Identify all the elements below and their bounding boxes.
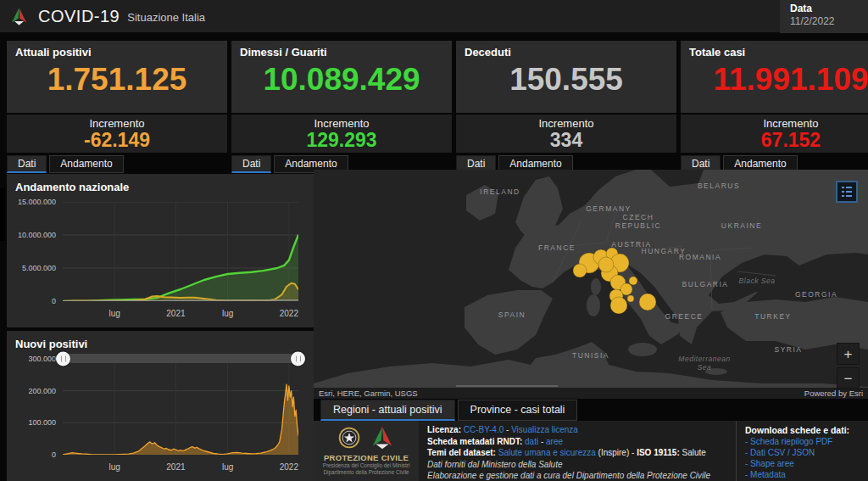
increment-label: Incremento (7, 117, 227, 130)
chart-panel-nuovi-positivi: Nuovi positivi 300.000200.000100.0000 lu… (7, 331, 314, 481)
info-line: Scheda metadati RNDT: dati - aree (427, 437, 727, 448)
increment-value: 129.293 (231, 130, 452, 150)
map-label: Mediterranean Sea (678, 355, 730, 372)
footer-info: Licenza: CC-BY-4.0 - Visualizza licenzaS… (419, 421, 736, 481)
stat-card-top: Attuali positivi 1.751.125 (7, 41, 227, 113)
info-link[interactable]: dati (525, 437, 538, 446)
zoom-out-button[interactable]: − (837, 367, 860, 389)
info-line: Temi del dataset: Salute umana e sicurez… (427, 448, 727, 459)
map-label: IRELAND (480, 187, 520, 196)
stat-card-top: Totale casi 11.991.109 (681, 41, 868, 113)
slider-handle-left[interactable] (56, 351, 70, 366)
map-label: BELARUS (698, 182, 740, 190)
chart-body: 15.000.00010.000.0005.000.0000 lug2021lu… (15, 195, 305, 322)
map-label: Black Sea (739, 277, 776, 285)
download-link[interactable]: - Dati CSV / JSON (745, 448, 860, 458)
stat-card-value: 1.751.125 (15, 62, 219, 98)
download-section: Download schede e dati: - Scheda riepilo… (736, 421, 868, 481)
page-title: COVID-19 (38, 7, 120, 26)
stat-card-value: 11.991.109 (689, 62, 868, 98)
tab-andamento-attuali-positivi[interactable]: Andamento (49, 155, 123, 173)
map-legend-button[interactable] (836, 181, 858, 203)
x-axis-ticks: lug2021lug2022 (63, 460, 298, 473)
date-value: 11/2/2022 (790, 15, 858, 27)
zoom-in-button[interactable]: + (837, 343, 860, 365)
stat-card-tabs: Dati Andamento (7, 155, 227, 173)
map-label: UKRAINE (721, 221, 762, 230)
slider-grip-icon (296, 355, 301, 361)
chart-title: Nuovi positivi (15, 338, 305, 350)
chart-title: Andamento nazionale (15, 181, 305, 193)
increment-value: -62.149 (7, 130, 227, 150)
logo-row (315, 424, 417, 451)
map-label: GREECE (665, 312, 704, 321)
tab-dati-dimessi-guariti[interactable]: Dati (231, 155, 271, 173)
tab-regioni-attuali-positivi[interactable]: Regioni - attuali positivi (320, 400, 455, 421)
map-scalebar (456, 385, 558, 387)
map-label: BULGARIA (682, 280, 729, 288)
andamento-nazionale-plot (63, 202, 298, 301)
map-label: SPAIN (498, 310, 526, 319)
info-link[interactable]: Salute umana e sicurezza (498, 448, 596, 457)
app-header: COVID-19 Situazione Italia Data 11/2/202… (0, 0, 868, 34)
download-links: - Scheda riepilogo PDF- Dati CSV / JSON-… (745, 437, 860, 480)
increment-label: Incremento (681, 117, 868, 130)
tab-dati-attuali-positivi[interactable]: Dati (7, 155, 47, 173)
collapsed-panel-handle[interactable] (0, 188, 5, 241)
map-label: CZECH REPUBLIC (615, 213, 662, 230)
stat-card-dimessi-guariti: Dimessi / Guariti 10.089.429 Incremento … (231, 41, 452, 173)
info-line: Elaborazione e gestione dati a cura del … (427, 471, 727, 481)
stat-card-title: Totale casi (689, 46, 868, 59)
stat-card-deceduti: Deceduti 150.555 Incremento 334 Dati And… (456, 41, 676, 173)
stat-card-top: Deceduti 150.555 (456, 41, 676, 113)
slider-grip-icon (61, 355, 66, 361)
stat-card-increment: Incremento 334 (456, 115, 676, 153)
increment-value: 334 (456, 130, 676, 150)
map-label: GEORGIA (795, 290, 837, 299)
y-axis-ticks: 15.000.00010.000.0005.000.0000 (15, 202, 59, 301)
nuovi-positivi-plot (63, 359, 298, 455)
info-link[interactable]: CC-BY-4.0 (464, 425, 504, 434)
y-axis-ticks: 300.000200.000100.0000 (15, 359, 59, 455)
map-label: FRANCE (538, 243, 576, 252)
date-label: Data (790, 3, 858, 14)
time-range-slider[interactable] (63, 354, 298, 363)
info-link[interactable]: aree (546, 437, 563, 446)
increment-value: 67.152 (681, 130, 868, 150)
increment-label: Incremento (231, 117, 452, 130)
stat-card-title: Deceduti (465, 46, 668, 59)
footer-bar: PROTEZIONE CIVILE Presidenza del Consigl… (314, 421, 868, 481)
protezione-civile-logo-icon (370, 425, 395, 450)
increment-label: Incremento (456, 117, 676, 130)
stat-card-value: 10.089.429 (240, 62, 443, 98)
org-line2: Dipartimento della Protezione Civile (315, 469, 417, 476)
stat-card-increment: Incremento 67.152 (681, 115, 868, 153)
protezione-civile-logo-panel: PROTEZIONE CIVILE Presidenza del Consigl… (314, 421, 419, 481)
stat-card-title: Attuali positivi (15, 46, 219, 59)
europe-map-canvas[interactable]: IRELANDGERMANYCZECH REPUBLICBELARUSUKRAI… (314, 170, 868, 399)
download-link[interactable]: - Metadata (745, 470, 860, 480)
info-line: Dati forniti dal Ministero della Salute (427, 460, 727, 471)
map-label: ROMANIA (679, 253, 721, 261)
org-name: PROTEZIONE CIVILE (315, 453, 417, 462)
info-line: Licenza: CC-BY-4.0 - Visualizza licenza (427, 425, 727, 436)
stat-card-attuali-positivi: Attuali positivi 1.751.125 Incremento -6… (7, 41, 227, 173)
x-axis-ticks: lug2021lug2022 (63, 306, 298, 320)
legend-list-icon (841, 186, 853, 198)
slider-handle-right[interactable] (291, 351, 305, 366)
info-link[interactable]: Visualizza licenza (511, 425, 578, 434)
attribution-sources: Esri, HERE, Garmin, USGS (319, 389, 418, 398)
map-label: TUNISIA (572, 351, 609, 360)
tab-province-casi-totali[interactable]: Province - casi totali (458, 400, 578, 421)
stat-card-top: Dimessi / Guariti 10.089.429 (231, 41, 452, 113)
page-subtitle: Situazione Italia (127, 8, 205, 24)
attribution-powered-by: Powered by Esri (804, 389, 863, 398)
stat-card-increment: Incremento -62.149 (7, 115, 227, 153)
map-attribution: Esri, HERE, Garmin, USGS Powered by Esri (314, 388, 868, 399)
map-label: SYRIA (774, 345, 802, 354)
download-link[interactable]: - Shape aree (745, 459, 860, 469)
download-link[interactable]: - Scheda riepilogo PDF (745, 437, 860, 447)
italy-emblem-icon (337, 426, 361, 450)
chart-panel-andamento-nazionale: Andamento nazionale 15.000.00010.000.000… (7, 174, 314, 327)
stat-card-title: Dimessi / Guariti (240, 46, 443, 59)
